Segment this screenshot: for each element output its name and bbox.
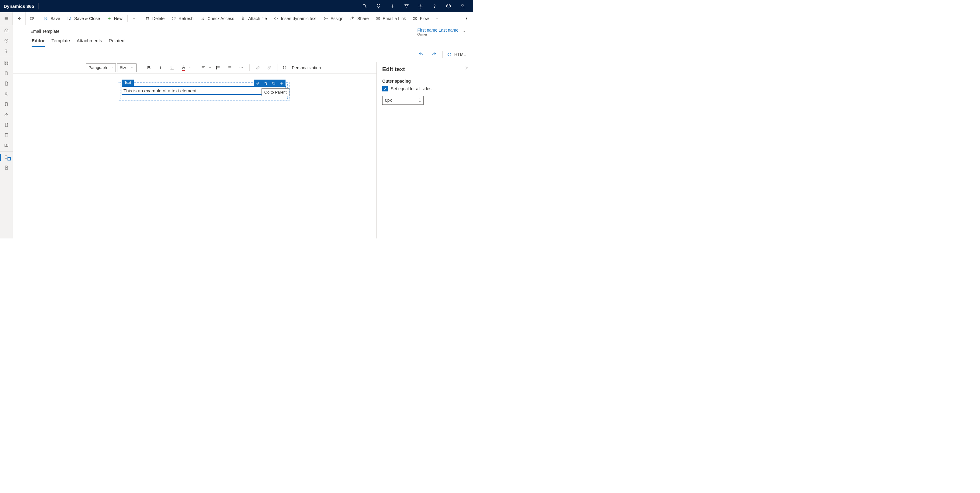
svg-point-19 bbox=[201, 17, 204, 19]
svg-rect-15 bbox=[45, 17, 46, 18]
svg-point-33 bbox=[5, 92, 7, 94]
paragraph-style-select[interactable]: Paragraph bbox=[86, 63, 116, 72]
owner-role: Owner bbox=[417, 33, 458, 36]
nav-home-icon[interactable] bbox=[0, 25, 13, 35]
outer-spacing-label: Outer spacing bbox=[382, 79, 468, 84]
tab-attachments[interactable]: Attachments bbox=[76, 38, 102, 47]
insert-dynamic-text-button[interactable]: Insert dynamic text bbox=[270, 13, 320, 24]
svg-point-23 bbox=[466, 18, 467, 19]
check-access-button[interactable]: Check Access bbox=[197, 13, 237, 24]
new-button[interactable]: New bbox=[104, 13, 126, 24]
close-icon[interactable] bbox=[465, 66, 469, 71]
tab-template[interactable]: Template bbox=[51, 38, 70, 47]
svg-point-5 bbox=[434, 7, 434, 8]
svg-rect-28 bbox=[7, 61, 8, 63]
hamburger-button[interactable] bbox=[0, 12, 13, 25]
editor-canvas[interactable]: Text This is an example of a text elemen… bbox=[13, 74, 376, 238]
underline-button[interactable]: U bbox=[167, 63, 177, 73]
nav-newpage-icon[interactable] bbox=[0, 163, 13, 173]
share-button[interactable]: Share bbox=[347, 13, 372, 24]
unlink-button[interactable] bbox=[264, 63, 275, 73]
body: Email Template First name Last name Owne… bbox=[0, 25, 473, 238]
nav-templates-icon[interactable] bbox=[0, 152, 13, 163]
paragraph-style-value: Paragraph bbox=[89, 65, 107, 70]
entity-label: Email Template bbox=[30, 29, 467, 34]
search-icon[interactable] bbox=[358, 0, 372, 12]
svg-rect-21 bbox=[376, 17, 380, 20]
nav-page-icon[interactable] bbox=[0, 120, 13, 130]
tab-editor[interactable]: Editor bbox=[32, 38, 45, 47]
new-chevron[interactable] bbox=[129, 13, 138, 24]
global-topbar: Dynamics 365 bbox=[0, 0, 473, 12]
tab-related[interactable]: Related bbox=[109, 38, 125, 47]
nav-pinned-icon[interactable] bbox=[0, 46, 13, 56]
nav-book-icon[interactable] bbox=[0, 130, 13, 140]
owner-selector[interactable]: First name Last name Owner bbox=[417, 28, 466, 36]
flow-button[interactable]: Flow bbox=[410, 13, 432, 24]
lightbulb-icon[interactable] bbox=[372, 0, 385, 12]
font-size-select[interactable]: Size bbox=[117, 63, 137, 72]
checkbox-checked-icon[interactable] bbox=[382, 86, 388, 92]
undo-button[interactable] bbox=[417, 50, 425, 59]
numbered-list-button[interactable]: 123 bbox=[213, 63, 223, 73]
nav-recent-icon[interactable] bbox=[0, 35, 13, 46]
spinner-down-icon[interactable] bbox=[418, 100, 422, 103]
equal-sides-checkbox-row[interactable]: Set equal for all sides bbox=[382, 86, 468, 92]
svg-point-52 bbox=[228, 67, 228, 68]
editor-wrap: Paragraph Size B I U A bbox=[13, 62, 473, 238]
svg-rect-27 bbox=[5, 61, 6, 63]
spacing-spinner[interactable]: 0px bbox=[382, 96, 423, 105]
svg-point-51 bbox=[228, 66, 228, 67]
bullet-list-button[interactable] bbox=[224, 63, 235, 73]
help-icon[interactable] bbox=[428, 0, 442, 12]
nav-reading-icon[interactable] bbox=[0, 140, 13, 151]
nav-clipboard-icon[interactable] bbox=[0, 68, 13, 78]
delete-button[interactable]: Delete bbox=[142, 13, 167, 24]
gear-icon[interactable] bbox=[414, 0, 428, 12]
nav-bookmark-icon[interactable] bbox=[0, 99, 13, 109]
align-button[interactable] bbox=[198, 63, 212, 73]
nav-wrench-icon[interactable] bbox=[0, 109, 13, 120]
personalization-button[interactable]: Personalization bbox=[290, 65, 323, 70]
selection-type-label: Text bbox=[122, 79, 134, 86]
overflow-button[interactable] bbox=[461, 13, 471, 24]
equal-sides-label: Set equal for all sides bbox=[391, 86, 431, 91]
svg-rect-38 bbox=[8, 157, 10, 160]
svg-point-4 bbox=[420, 5, 422, 7]
refresh-button[interactable]: Refresh bbox=[168, 13, 196, 24]
html-view-button[interactable]: HTML bbox=[447, 52, 466, 57]
save-button[interactable]: Save bbox=[40, 13, 63, 24]
save-close-button[interactable]: Save & Close bbox=[64, 13, 103, 24]
flow-chevron[interactable] bbox=[433, 13, 441, 24]
back-button[interactable] bbox=[13, 12, 25, 25]
plus-icon[interactable] bbox=[385, 0, 399, 12]
attach-file-button[interactable]: Attach file bbox=[238, 13, 270, 24]
svg-rect-58 bbox=[272, 82, 274, 84]
svg-rect-59 bbox=[273, 83, 275, 85]
properties-title: Edit text bbox=[382, 66, 468, 73]
person-icon[interactable] bbox=[455, 0, 469, 12]
main-area: Email Template First name Last name Owne… bbox=[13, 25, 473, 238]
link-button[interactable] bbox=[253, 63, 263, 73]
canvas-column: Paragraph Size B I U A bbox=[13, 62, 376, 238]
nav-document-icon[interactable] bbox=[0, 78, 13, 89]
nav-sitemap-icon[interactable] bbox=[0, 58, 13, 68]
email-link-button[interactable]: Email a Link bbox=[372, 13, 409, 24]
smile-icon[interactable] bbox=[442, 0, 455, 12]
open-new-window-button[interactable] bbox=[25, 12, 38, 25]
more-formatting-button[interactable] bbox=[236, 63, 246, 73]
personalization-icon[interactable] bbox=[281, 63, 288, 73]
spinner-up-icon[interactable] bbox=[418, 97, 422, 100]
filter-icon[interactable] bbox=[399, 0, 414, 12]
command-bar: Save Save & Close New Delete Refresh Che… bbox=[38, 12, 473, 25]
svg-point-6 bbox=[446, 4, 450, 8]
assign-label: Assign bbox=[331, 16, 343, 21]
bold-button[interactable]: B bbox=[144, 63, 154, 73]
refresh-label: Refresh bbox=[178, 16, 193, 21]
nav-person-icon[interactable] bbox=[0, 89, 13, 99]
text-cursor bbox=[198, 88, 198, 93]
assign-button[interactable]: Assign bbox=[320, 13, 346, 24]
redo-button[interactable] bbox=[430, 50, 438, 59]
font-color-button[interactable]: A bbox=[178, 63, 192, 73]
italic-button[interactable]: I bbox=[155, 63, 166, 73]
